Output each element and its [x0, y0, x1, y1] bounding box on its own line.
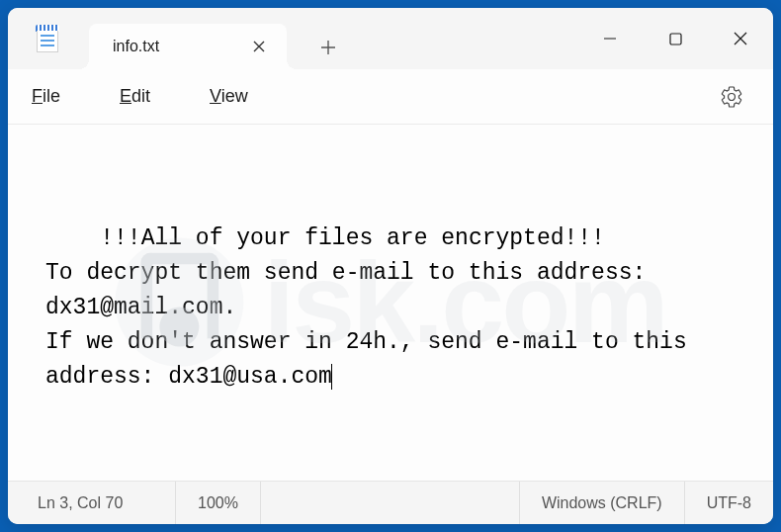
tab-title: info.txt [113, 38, 229, 55]
editor-text: !!!All of your files are encrypted!!! To… [45, 225, 701, 390]
status-line-ending[interactable]: Windows (CRLF) [520, 482, 685, 524]
menubar: File Edit View [8, 69, 773, 125]
status-cursor-position: Ln 3, Col 70 [8, 482, 176, 524]
notepad-window: info.txt File Edit View [8, 8, 773, 524]
notepad-app-icon [36, 25, 59, 52]
titlebar: info.txt [8, 8, 773, 69]
status-spacer [261, 482, 520, 524]
menu-view[interactable]: View [210, 86, 248, 107]
status-zoom[interactable]: 100% [176, 482, 261, 524]
svg-rect-0 [670, 34, 681, 44]
minimize-button[interactable] [577, 8, 643, 69]
close-window-button[interactable] [708, 8, 773, 69]
text-caret [331, 364, 332, 390]
menu-edit[interactable]: Edit [120, 86, 150, 107]
tab-active[interactable]: info.txt [89, 24, 287, 69]
maximize-button[interactable] [643, 8, 708, 69]
status-encoding[interactable]: UTF-8 [685, 482, 773, 524]
new-tab-button[interactable] [306, 26, 350, 69]
menu-file[interactable]: File [32, 86, 60, 107]
statusbar: Ln 3, Col 70 100% Windows (CRLF) UTF-8 [8, 481, 773, 524]
text-editor-content[interactable]: isk.com !!!All of your files are encrypt… [8, 125, 773, 481]
tab-strip: info.txt [89, 8, 577, 69]
gear-icon [720, 85, 743, 109]
settings-button[interactable] [714, 79, 749, 115]
close-tab-button[interactable] [247, 35, 271, 58]
window-controls [577, 8, 773, 69]
